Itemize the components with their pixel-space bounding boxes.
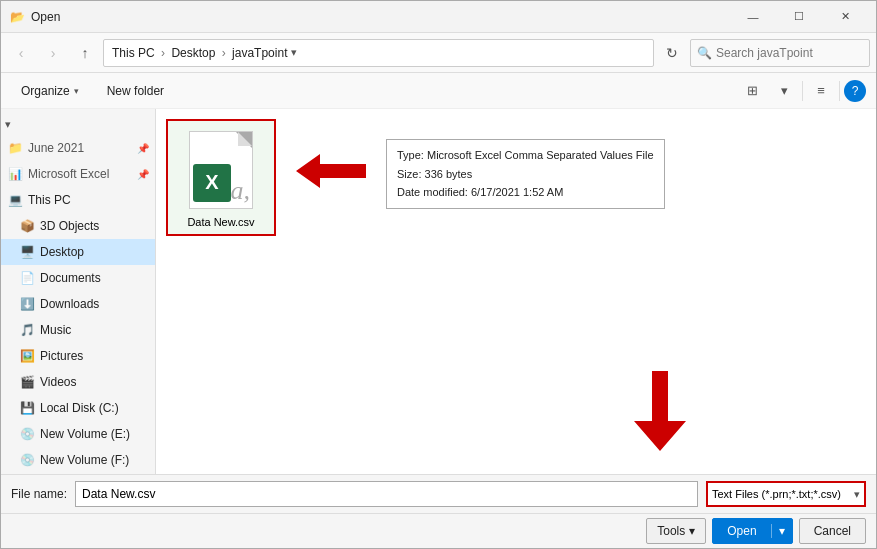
down-arrow-icon (634, 371, 686, 451)
modified-label: Date modified: (397, 186, 468, 198)
sidebar-item-documents[interactable]: 📄 Documents (1, 265, 155, 291)
size-value: 336 bytes (425, 168, 473, 180)
sidebar-item-label: June 2021 (28, 141, 84, 155)
type-value: Microsoft Excel Comma Separated Values F… (427, 149, 654, 161)
excel-icon: 📊 (7, 166, 23, 182)
sidebar-item-label: Music (40, 323, 71, 337)
drive-e-icon: 💿 (19, 426, 35, 442)
left-arrow-icon (296, 154, 366, 188)
local-disk-icon: 💾 (19, 400, 35, 416)
window-icon: 📂 (9, 9, 25, 25)
file-icon-container[interactable]: X a, Data New.csv (166, 119, 276, 236)
svg-marker-0 (296, 154, 366, 188)
sidebar-item-videos[interactable]: 🎬 Videos (1, 369, 155, 395)
downloads-icon: ⬇️ (19, 296, 35, 312)
tools-dropdown-arrow: ▾ (689, 524, 695, 538)
filename-label: File name: (11, 487, 67, 501)
down-arrow-container (634, 371, 686, 454)
layout-button[interactable]: ≡ (807, 78, 835, 104)
sidebar-item-excel[interactable]: 📊 Microsoft Excel 📌 (1, 161, 155, 187)
address-dropdown-arrow[interactable]: ▾ (291, 46, 297, 59)
main-content: ▾ 📁 June 2021 📌 📊 Microsoft Excel 📌 💻 Th… (1, 109, 876, 474)
sidebar-item-label: Microsoft Excel (28, 167, 109, 181)
excel-x-letter: X (205, 171, 218, 194)
videos-icon: 🎬 (19, 374, 35, 390)
sidebar-item-label: New Volume (E:) (40, 427, 130, 441)
organize-button[interactable]: Organize ▾ (11, 78, 89, 104)
sidebar-toggle[interactable]: ▾ (1, 113, 155, 135)
sidebar-item-label: Downloads (40, 297, 99, 311)
title-bar: 📂 Open — ☐ ✕ (1, 1, 876, 33)
sidebar-item-june2021[interactable]: 📁 June 2021 📌 (1, 135, 155, 161)
cancel-button[interactable]: Cancel (799, 518, 866, 544)
type-label: Type: (397, 149, 424, 161)
sidebar-item-downloads[interactable]: ⬇️ Downloads (1, 291, 155, 317)
tools-button[interactable]: Tools ▾ (646, 518, 706, 544)
documents-icon: 📄 (19, 270, 35, 286)
modified-value: 6/17/2021 1:52 AM (471, 186, 563, 198)
organize-label: Organize (21, 84, 70, 98)
sidebar-item-3dobjects[interactable]: 📦 3D Objects (1, 213, 155, 239)
tools-label: Tools (657, 524, 685, 538)
desktop-icon: 🖥️ (19, 244, 35, 260)
filetype-select[interactable]: Text Files (*.prn;*.txt;*.csv) ▾ (706, 481, 866, 507)
help-button[interactable]: ? (844, 80, 866, 102)
view-dropdown-button[interactable]: ▾ (770, 78, 798, 104)
search-box[interactable]: 🔍 (690, 39, 870, 67)
file-icon: X a, (181, 127, 261, 212)
sidebar-item-desktop[interactable]: 🖥️ Desktop (1, 239, 155, 265)
filename-input[interactable] (75, 481, 698, 507)
window-title: Open (31, 10, 730, 24)
toolbar-right: ⊞ ▾ ≡ ? (738, 78, 866, 104)
sidebar-item-newvolume2[interactable]: 💿 New Volume (F:) (1, 447, 155, 473)
toolbar: Organize ▾ New folder ⊞ ▾ ≡ ? (1, 73, 876, 109)
maximize-button[interactable]: ☐ (776, 1, 822, 33)
breadcrumb-thispc: This PC › Desktop › javaTpoint (112, 46, 287, 60)
sidebar-item-thispc[interactable]: 💻 This PC (1, 187, 155, 213)
sidebar-item-localdisk[interactable]: 💾 Local Disk (C:) (1, 395, 155, 421)
sidebar-item-label: Desktop (40, 245, 84, 259)
3d-icon: 📦 (19, 218, 35, 234)
this-pc-icon: 💻 (7, 192, 23, 208)
open-dialog: 📂 Open — ☐ ✕ ‹ › ↑ This PC › Desktop › j… (0, 0, 877, 549)
close-button[interactable]: ✕ (822, 1, 868, 33)
address-path[interactable]: This PC › Desktop › javaTpoint ▾ (103, 39, 654, 67)
sidebar-item-music[interactable]: 🎵 Music (1, 317, 155, 343)
file-area: X a, Data New.csv (156, 109, 876, 474)
file-name: Data New.csv (187, 216, 254, 228)
view-button[interactable]: ⊞ (738, 78, 766, 104)
overlay-letter: a, (231, 176, 251, 206)
sidebar-item-label: Videos (40, 375, 76, 389)
back-button[interactable]: ‹ (7, 39, 35, 67)
search-input[interactable] (716, 46, 866, 60)
sidebar-item-label: New Volume (F:) (40, 453, 129, 467)
new-folder-button[interactable]: New folder (97, 78, 174, 104)
forward-button[interactable]: › (39, 39, 67, 67)
file-info-box: Type: Microsoft Excel Comma Separated Va… (386, 139, 665, 209)
up-button[interactable]: ↑ (71, 39, 99, 67)
pin-icon: 📌 (137, 143, 149, 154)
sidebar-item-label: Pictures (40, 349, 83, 363)
sidebar: ▾ 📁 June 2021 📌 📊 Microsoft Excel 📌 💻 Th… (1, 109, 156, 474)
new-folder-label: New folder (107, 84, 164, 98)
organize-dropdown-arrow: ▾ (74, 86, 79, 96)
open-button[interactable]: Open ▾ (712, 518, 792, 544)
size-label: Size: (397, 168, 421, 180)
sidebar-item-label: 3D Objects (40, 219, 99, 233)
toggle-arrow: ▾ (5, 118, 11, 131)
filename-bar: File name: Text Files (*.prn;*.txt;*.csv… (1, 474, 876, 513)
toolbar-separator (802, 81, 803, 101)
file-type-row: Type: Microsoft Excel Comma Separated Va… (397, 146, 654, 165)
sidebar-item-newvolume1[interactable]: 💿 New Volume (E:) (1, 421, 155, 447)
bottom-actions: Tools ▾ Open ▾ Cancel (1, 513, 876, 548)
drive-f-icon: 💿 (19, 452, 35, 468)
sidebar-item-pictures[interactable]: 🖼️ Pictures (1, 343, 155, 369)
sidebar-item-label: Documents (40, 271, 101, 285)
pictures-icon: 🖼️ (19, 348, 35, 364)
file-area-top: X a, Data New.csv (166, 119, 866, 236)
folder-icon: 📁 (7, 140, 23, 156)
minimize-button[interactable]: — (730, 1, 776, 33)
refresh-button[interactable]: ↻ (658, 39, 686, 67)
sidebar-item-label: This PC (28, 193, 71, 207)
left-arrow-container (296, 154, 366, 188)
